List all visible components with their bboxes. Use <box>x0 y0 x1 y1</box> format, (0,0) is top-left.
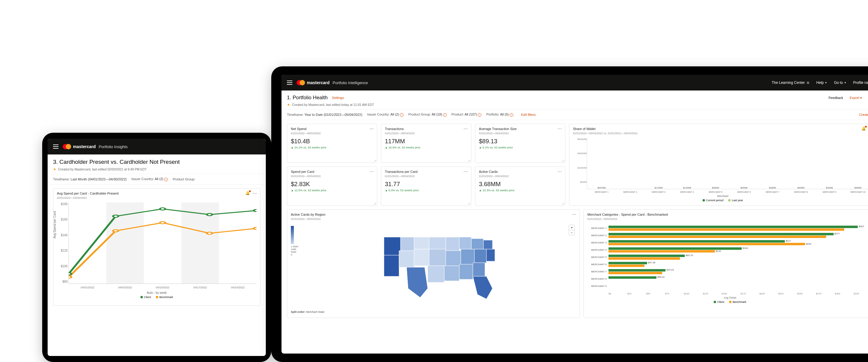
svg-point-5 <box>207 213 212 216</box>
hbar-row: MERCHANT 8 $59.01 <box>587 275 868 283</box>
hbar-date: 01/01/2022—05/04/2022 <box>587 218 868 221</box>
kpi-delta: ▲ 6.0% vs. 52 weeks prior <box>385 189 467 192</box>
svg-rect-20 <box>384 255 399 276</box>
legend-benchmark: Benchmark <box>159 296 173 299</box>
app-name-left: Portfolio Insights <box>99 144 128 149</box>
bell-icon[interactable]: 🔔 <box>245 191 250 195</box>
edit-filters-link[interactable]: Edit filters <box>521 113 535 116</box>
svg-point-8 <box>113 229 118 232</box>
nav-goto[interactable]: Go to▾ <box>834 81 846 85</box>
app-name-right: Portfolio Intelligence <box>333 81 368 85</box>
card-menu-icon[interactable]: ⋯ <box>558 127 562 131</box>
star-icon[interactable]: ★ <box>53 167 56 171</box>
star-icon[interactable]: ★ <box>287 103 290 107</box>
hbar-row: MERCHANT 5 $93.79 <box>587 254 868 261</box>
resize-handle[interactable] <box>373 159 376 162</box>
line-svg <box>69 202 256 284</box>
page-meta-left: Created by Mastercard, last edited 02/03… <box>58 167 147 171</box>
bell-icon[interactable]: 🔔 <box>861 127 866 131</box>
filter-issuer-label: Issuer Country: <box>131 177 154 181</box>
info-icon[interactable]: i <box>164 178 168 181</box>
kpi-delta: ▲ 10.3% vs. 52 weeks prior <box>479 189 561 192</box>
info-icon[interactable]: i <box>443 113 447 117</box>
x-axis-title: Auto - by week <box>57 291 256 295</box>
settings-link[interactable]: Settings <box>332 96 344 100</box>
create-card-link[interactable]: Create card <box>859 113 868 116</box>
f-timeframe-val[interactable]: Year to Date (01/01/2022—05/04/2022) <box>304 113 362 116</box>
f-portfolio-val[interactable]: All (5) <box>500 113 509 116</box>
card-menu-icon[interactable]: ⋯ <box>464 169 468 174</box>
kpi-value: $10.4B <box>291 138 373 145</box>
f-product-lbl: Product: <box>452 113 464 116</box>
nav-help[interactable]: Help▾ <box>816 81 827 85</box>
map-legend-mid: 1MM <box>291 248 307 251</box>
svg-rect-17 <box>459 237 471 249</box>
nav-learning-center[interactable]: The Learning Center⧉ <box>772 81 809 85</box>
svg-rect-24 <box>446 251 461 266</box>
info-icon[interactable]: i <box>510 113 513 117</box>
mastercard-logo-icon <box>63 144 71 149</box>
brand-logo: mastercard <box>63 144 96 149</box>
kpi-delta: ▲ 16.9% vs. 52 weeks prior <box>385 146 467 149</box>
filter-timeframe-value[interactable]: Last Month (04/01/2022—04/30/2022) <box>70 177 127 181</box>
line-card-date: 04/01/2022—04/30/2022 <box>57 196 256 199</box>
kpi-value: 31.77 <box>385 181 467 188</box>
y-ticks: $180$160$140$120$100$80 <box>57 202 67 284</box>
filter-bar-right: Timeframe: Year to Date (01/01/2022—05/0… <box>281 110 868 120</box>
f-pgroup-val[interactable]: All (18) <box>432 113 442 116</box>
card-menu-icon[interactable]: ⋯ <box>370 127 374 131</box>
resize-handle[interactable] <box>561 159 564 162</box>
f-issuer-lbl: Issuer Country: <box>367 113 390 116</box>
kpi-title: Active Cards <box>479 170 561 173</box>
kpi-date: 01/01/2022—05/04/2022 <box>479 175 561 178</box>
screen-left: mastercard Portfolio Insights 3. Cardhol… <box>48 139 266 356</box>
card-menu-icon[interactable]: ⋯ <box>572 212 577 217</box>
sow-title: Share of Wallet <box>573 127 868 131</box>
svg-rect-16 <box>446 237 459 251</box>
split-order: Split order: Merchant State <box>291 310 576 313</box>
svg-rect-21 <box>399 251 414 267</box>
card-menu-icon[interactable]: ⋯ <box>464 127 468 131</box>
svg-marker-33 <box>473 276 493 299</box>
hbar-card: Merchant Categories - Spend per Card - B… <box>584 210 868 318</box>
us-map[interactable] <box>307 224 576 308</box>
line-card-title: Avg Spend per Card - Cardholder Present <box>57 192 256 195</box>
kpi-value: 117MM <box>385 138 467 145</box>
hamburger-icon[interactable] <box>53 144 59 149</box>
map-legend: 1.5MM 1MM 500K 0 <box>291 224 307 308</box>
hbar-chart: MERCHANT 1 $307 MERCHANT 2 $277 MERCHANT… <box>587 224 868 291</box>
sow-y-ticks: $600MM$400MM$200MM$0MM <box>573 138 587 189</box>
feedback-link[interactable]: Feedback <box>829 96 843 100</box>
info-icon[interactable]: i <box>400 113 404 117</box>
info-icon[interactable]: i <box>478 113 481 117</box>
line-chart: $180$160$140$120$100$80 04/01/202204/03/… <box>68 202 256 284</box>
hbar-title: Merchant Categories - Spend per Card - B… <box>587 213 868 216</box>
page-title-right: 1. Portfolio Health <box>287 95 328 101</box>
card-menu-icon[interactable]: ⋯ <box>253 191 257 196</box>
svg-marker-28 <box>407 267 428 298</box>
kpi-delta: ▲ 6.1% vs. 52 weeks prior <box>479 146 561 149</box>
nav-profile[interactable]: Profile name▾ <box>853 81 868 85</box>
card-menu-icon[interactable]: ⋯ <box>558 169 562 174</box>
zoom-out-button[interactable]: − <box>569 230 575 235</box>
kpi-title: Net Spend <box>291 127 373 131</box>
svg-point-6 <box>254 210 256 212</box>
svg-rect-23 <box>429 249 446 266</box>
resize-handle[interactable] <box>373 201 376 204</box>
card-menu-icon[interactable]: ⋯ <box>370 169 374 174</box>
hamburger-icon[interactable] <box>287 81 292 85</box>
f-issuer-val[interactable]: All (2) <box>390 113 399 116</box>
zoom-in-button[interactable]: + <box>569 225 575 230</box>
filter-issuer-value[interactable]: All (2) <box>155 177 163 181</box>
y-axis-label: Avg Spend per Card <box>53 211 56 238</box>
f-product-val[interactable]: All (107) <box>464 113 477 116</box>
sow-bars: $557MM MERCHANT 1 MERCHANT 2 $173MM MERC… <box>587 138 868 189</box>
kpi-value: 3.68MM <box>479 181 561 188</box>
export-link[interactable]: Export ▾ <box>849 96 862 100</box>
resize-handle[interactable] <box>467 201 470 204</box>
resize-handle[interactable] <box>561 201 564 204</box>
resize-handle[interactable] <box>467 159 470 162</box>
hbar-row: MERCHANT 4 $164 $131 <box>587 247 868 254</box>
kpi-card: Transactions per Card ⋯ 01/01/2022—05/04… <box>381 167 471 206</box>
svg-rect-31 <box>459 264 473 279</box>
